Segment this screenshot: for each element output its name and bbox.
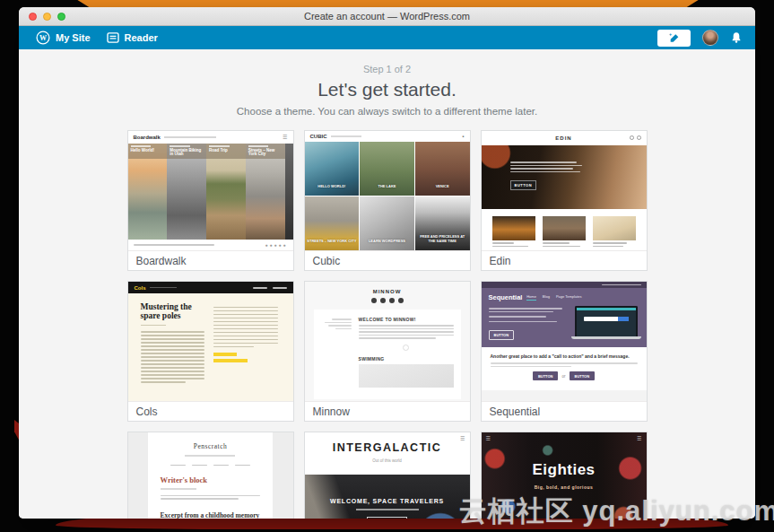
title-bar[interactable]: Create an account — WordPress.com bbox=[19, 7, 755, 26]
text-line bbox=[492, 246, 528, 248]
menu-icon: ☰ bbox=[460, 436, 465, 441]
my-site-button[interactable]: W My Site bbox=[28, 26, 99, 49]
text-line bbox=[150, 287, 177, 289]
text-line bbox=[543, 242, 570, 244]
theme-card-minnow[interactable]: MINNOW bbox=[304, 281, 471, 422]
text-line bbox=[213, 314, 278, 316]
new-post-button[interactable]: + bbox=[657, 30, 691, 47]
svg-text:W: W bbox=[39, 34, 47, 42]
text-line bbox=[543, 246, 580, 248]
theme-card-cubic[interactable]: CUBIC ▪ HELLO WORLD! THE LAKE VENICE STR… bbox=[304, 130, 471, 271]
zoom-window-button[interactable] bbox=[57, 13, 65, 21]
read-more-button: READ MORE bbox=[367, 517, 407, 519]
close-window-button[interactable] bbox=[29, 13, 37, 21]
theme-name-label: Cols bbox=[128, 401, 293, 421]
penscratch-page: Penscratch Writer's block bbox=[148, 432, 274, 519]
text-line bbox=[213, 328, 278, 330]
reader-button[interactable]: Reader bbox=[99, 26, 166, 49]
text-line bbox=[593, 246, 623, 248]
post-title: SWIMMING bbox=[359, 356, 454, 362]
text-line bbox=[141, 381, 186, 383]
theme-card-edin[interactable]: EDIN BUTTON bbox=[481, 130, 648, 271]
post-title: Writer's block bbox=[161, 475, 261, 484]
social-icon bbox=[398, 298, 404, 303]
new-post-pencil-icon: + bbox=[668, 32, 681, 43]
theme-card-cols[interactable]: Cols Mustering the spare poles bbox=[127, 281, 294, 422]
menu-icon: ▪ bbox=[462, 134, 464, 139]
text-line bbox=[489, 316, 546, 318]
cubic-tile: LEARN WORDPRESS bbox=[360, 196, 414, 250]
text-line bbox=[141, 363, 205, 365]
minnow-site-title: MINNOW bbox=[305, 289, 470, 294]
text-line bbox=[141, 367, 205, 369]
text-line bbox=[510, 168, 573, 170]
svg-text:+: + bbox=[669, 32, 672, 37]
profile-avatar[interactable] bbox=[702, 30, 718, 46]
text-line bbox=[510, 171, 580, 173]
text-line bbox=[213, 310, 278, 312]
article-column: Mustering the spare poles bbox=[141, 302, 205, 385]
edin-site-title: EDIN bbox=[555, 135, 571, 141]
sequential-site-title: Sequential bbox=[489, 293, 523, 301]
wordpress-masterbar: W My Site Reader + bbox=[19, 26, 755, 49]
theme-card-boardwalk[interactable]: Boardwalk ☰ Hello World! Mount bbox=[127, 130, 294, 271]
step-indicator: Step 1 of 2 bbox=[19, 49, 755, 74]
screen-searchbox bbox=[584, 317, 629, 321]
post-figure bbox=[492, 216, 535, 249]
text-line bbox=[359, 328, 454, 330]
boardwalk-header: Boardwalk ☰ bbox=[128, 131, 293, 144]
sequential-topbar bbox=[482, 282, 647, 288]
header-buttons bbox=[630, 135, 641, 140]
theme-card-intergalactic[interactable]: ☰ INTERGALACTIC Out of this world WELCOM… bbox=[304, 432, 471, 519]
theme-name-label: Boardwalk bbox=[128, 250, 293, 270]
text-line bbox=[141, 356, 205, 358]
cta-heading: Another great place to add a "call to ac… bbox=[491, 353, 638, 359]
text-line bbox=[491, 362, 638, 364]
theme-card-sequential[interactable]: Sequential Home Blog Page Templates bbox=[481, 281, 648, 422]
text-line bbox=[510, 161, 577, 163]
notifications-bell-icon[interactable] bbox=[730, 31, 743, 44]
penscratch-thumbnail: Penscratch Writer's block bbox=[128, 432, 293, 519]
post-title: Road Trip bbox=[209, 149, 243, 153]
boardwalk-site-title: Boardwalk bbox=[134, 135, 161, 140]
hero-button: BUTTON bbox=[489, 330, 515, 340]
nav-item-placeholder bbox=[170, 465, 186, 467]
post-image bbox=[543, 216, 586, 240]
text-line bbox=[141, 353, 205, 354]
header-links bbox=[253, 287, 287, 289]
text-line bbox=[161, 498, 239, 500]
text-line bbox=[253, 287, 267, 289]
nav-item-placeholder bbox=[235, 465, 250, 467]
text-line bbox=[141, 335, 205, 336]
theme-name-label: Minnow bbox=[305, 401, 470, 421]
social-icon bbox=[380, 298, 386, 303]
minimize-window-button[interactable] bbox=[43, 13, 51, 21]
nav-item-placeholder bbox=[213, 465, 229, 467]
nav-item: Home bbox=[526, 294, 536, 301]
post-title: LEARN WORDPRESS bbox=[361, 240, 413, 244]
penscratch-site-title: Penscratch bbox=[148, 442, 274, 450]
text-line bbox=[161, 488, 196, 490]
menu-icon: ☰ bbox=[637, 436, 641, 441]
post-figure bbox=[543, 216, 586, 249]
traffic-lights bbox=[29, 13, 65, 21]
text-line bbox=[248, 145, 269, 147]
text-line bbox=[489, 311, 553, 313]
cta-buttons: BUTTON or BUTTON bbox=[491, 371, 638, 380]
cubic-tile: THE LAKE bbox=[360, 142, 414, 196]
text-line bbox=[489, 308, 562, 310]
post-title: HELLO WORLD! bbox=[307, 185, 358, 189]
cubic-site-title: CUBIC bbox=[310, 134, 327, 139]
text-line bbox=[213, 318, 278, 319]
theme-card-penscratch[interactable]: Penscratch Writer's block bbox=[127, 432, 294, 519]
screen-topbar bbox=[577, 308, 636, 310]
article-heading: Mustering the spare poles bbox=[141, 302, 205, 321]
nav-item: Page Templates bbox=[556, 294, 582, 301]
text-line bbox=[185, 455, 235, 457]
boardwalk-post-column: Streets – New York City bbox=[246, 144, 285, 240]
text-line bbox=[359, 331, 454, 333]
browser-window: Create an account — WordPress.com W My S… bbox=[19, 7, 755, 519]
text-line bbox=[359, 335, 454, 336]
intergalactic-thumbnail: ☰ INTERGALACTIC Out of this world WELCOM… bbox=[305, 432, 470, 519]
sequential-nav: Home Blog Page Templates bbox=[526, 294, 639, 301]
